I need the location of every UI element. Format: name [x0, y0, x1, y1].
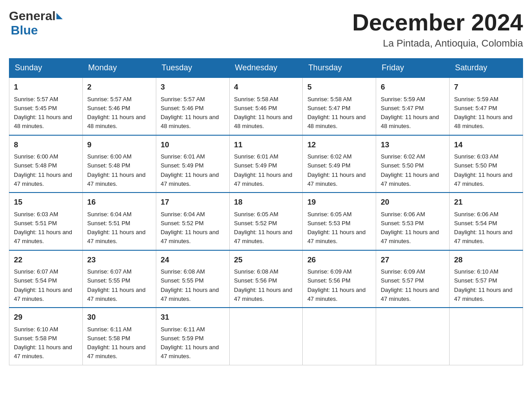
- header-friday: Friday: [376, 59, 450, 78]
- day-sunset: Sunset: 5:47 PM: [381, 105, 424, 111]
- day-number: 2: [87, 81, 151, 93]
- week-row-4: 22 Sunrise: 6:07 AM Sunset: 5:54 PM Dayl…: [9, 250, 523, 308]
- day-sunrise: Sunrise: 6:03 AM: [14, 211, 58, 218]
- day-sunrise: Sunrise: 6:03 AM: [454, 153, 498, 160]
- table-row: 12 Sunrise: 6:02 AM Sunset: 5:49 PM Dayl…: [303, 135, 376, 193]
- day-sunrise: Sunrise: 6:10 AM: [14, 326, 58, 333]
- day-daylight: Daylight: 11 hours and 47 minutes.: [307, 287, 365, 302]
- table-row: 24 Sunrise: 6:08 AM Sunset: 5:55 PM Dayl…: [156, 250, 229, 308]
- day-daylight: Daylight: 11 hours and 48 minutes.: [454, 114, 512, 129]
- table-row: 11 Sunrise: 6:01 AM Sunset: 5:49 PM Dayl…: [229, 135, 303, 193]
- day-number: 14: [454, 139, 518, 151]
- day-sunrise: Sunrise: 6:05 AM: [234, 211, 279, 218]
- logo-arrow-icon: [56, 13, 63, 19]
- table-row: 14 Sunrise: 6:03 AM Sunset: 5:50 PM Dayl…: [450, 135, 523, 193]
- table-row: 18 Sunrise: 6:05 AM Sunset: 5:52 PM Dayl…: [229, 193, 303, 250]
- day-sunrise: Sunrise: 6:04 AM: [161, 211, 205, 218]
- table-row: 31 Sunrise: 6:11 AM Sunset: 5:59 PM Dayl…: [156, 308, 229, 365]
- day-daylight: Daylight: 11 hours and 47 minutes.: [234, 171, 292, 187]
- day-number: 10: [161, 139, 225, 151]
- day-daylight: Daylight: 11 hours and 47 minutes.: [87, 229, 146, 244]
- header-saturday: Saturday: [450, 59, 523, 78]
- day-sunrise: Sunrise: 5:59 AM: [454, 96, 498, 103]
- day-sunset: Sunset: 5:55 PM: [87, 277, 130, 284]
- header-wednesday: Wednesday: [229, 59, 303, 78]
- day-daylight: Daylight: 11 hours and 48 minutes.: [381, 114, 439, 129]
- day-sunset: Sunset: 5:50 PM: [454, 162, 497, 169]
- day-sunset: Sunset: 5:53 PM: [381, 220, 424, 227]
- calendar-header-row: Sunday Monday Tuesday Wednesday Thursday…: [9, 59, 523, 78]
- day-number: 16: [87, 197, 151, 208]
- header-monday: Monday: [82, 59, 156, 78]
- day-number: 19: [307, 197, 371, 208]
- day-sunrise: Sunrise: 6:11 AM: [87, 326, 132, 333]
- day-daylight: Daylight: 11 hours and 47 minutes.: [307, 229, 365, 244]
- table-row: 26 Sunrise: 6:09 AM Sunset: 5:56 PM Dayl…: [303, 250, 376, 308]
- day-sunrise: Sunrise: 6:10 AM: [454, 268, 498, 275]
- day-daylight: Daylight: 11 hours and 48 minutes.: [307, 114, 365, 129]
- table-row: 25 Sunrise: 6:08 AM Sunset: 5:56 PM Dayl…: [229, 250, 303, 308]
- day-daylight: Daylight: 11 hours and 48 minutes.: [234, 114, 292, 129]
- day-number: 18: [234, 197, 298, 208]
- day-sunrise: Sunrise: 5:58 AM: [307, 96, 352, 103]
- day-sunrise: Sunrise: 6:01 AM: [234, 153, 279, 160]
- day-number: 25: [234, 254, 298, 266]
- day-sunrise: Sunrise: 6:07 AM: [87, 268, 132, 275]
- table-row: 29 Sunrise: 6:10 AM Sunset: 5:58 PM Dayl…: [9, 308, 83, 365]
- header-sunday: Sunday: [9, 59, 83, 78]
- day-daylight: Daylight: 11 hours and 47 minutes.: [161, 287, 219, 302]
- title-section: December 2024 La Pintada, Antioquia, Col…: [352, 9, 523, 49]
- day-sunset: Sunset: 5:47 PM: [307, 105, 350, 111]
- day-number: 28: [454, 254, 518, 266]
- day-number: 7: [454, 81, 518, 93]
- table-row: 17 Sunrise: 6:04 AM Sunset: 5:52 PM Dayl…: [156, 193, 229, 250]
- logo-blue-text: Blue: [11, 23, 38, 38]
- table-row: 10 Sunrise: 6:01 AM Sunset: 5:49 PM Dayl…: [156, 135, 229, 193]
- day-sunrise: Sunrise: 5:57 AM: [14, 96, 58, 103]
- header-tuesday: Tuesday: [156, 59, 229, 78]
- day-number: 13: [381, 139, 445, 151]
- day-number: 24: [161, 254, 225, 266]
- day-sunrise: Sunrise: 6:01 AM: [161, 153, 205, 160]
- day-daylight: Daylight: 11 hours and 47 minutes.: [161, 171, 219, 187]
- day-sunrise: Sunrise: 6:02 AM: [381, 153, 425, 160]
- day-sunrise: Sunrise: 6:11 AM: [161, 326, 205, 333]
- day-number: 20: [381, 197, 445, 208]
- day-number: 31: [161, 312, 225, 323]
- day-sunset: Sunset: 5:59 PM: [161, 335, 204, 342]
- table-row: 15 Sunrise: 6:03 AM Sunset: 5:51 PM Dayl…: [9, 193, 83, 250]
- day-number: 22: [14, 254, 78, 266]
- day-sunrise: Sunrise: 6:00 AM: [14, 153, 58, 160]
- day-sunset: Sunset: 5:54 PM: [14, 277, 57, 284]
- day-number: 11: [234, 139, 298, 151]
- logo-general-text: General: [9, 9, 56, 23]
- day-sunset: Sunset: 5:46 PM: [234, 105, 277, 111]
- day-sunset: Sunset: 5:46 PM: [161, 105, 204, 111]
- day-daylight: Daylight: 11 hours and 47 minutes.: [381, 229, 439, 244]
- table-row: [376, 308, 450, 365]
- month-title: December 2024: [352, 9, 523, 36]
- day-sunset: Sunset: 5:49 PM: [307, 162, 350, 169]
- day-number: 30: [87, 312, 151, 323]
- day-number: 5: [307, 81, 371, 93]
- day-sunrise: Sunrise: 5:59 AM: [381, 96, 425, 103]
- day-sunset: Sunset: 5:51 PM: [87, 220, 130, 227]
- table-row: 22 Sunrise: 6:07 AM Sunset: 5:54 PM Dayl…: [9, 250, 83, 308]
- day-number: 8: [14, 139, 78, 151]
- table-row: 30 Sunrise: 6:11 AM Sunset: 5:58 PM Dayl…: [82, 308, 156, 365]
- day-number: 23: [87, 254, 151, 266]
- day-daylight: Daylight: 11 hours and 47 minutes.: [14, 171, 72, 187]
- week-row-2: 8 Sunrise: 6:00 AM Sunset: 5:48 PM Dayli…: [9, 135, 523, 193]
- day-sunset: Sunset: 5:56 PM: [234, 277, 277, 284]
- week-row-5: 29 Sunrise: 6:10 AM Sunset: 5:58 PM Dayl…: [9, 308, 523, 365]
- day-sunset: Sunset: 5:57 PM: [454, 277, 497, 284]
- day-sunrise: Sunrise: 5:58 AM: [234, 96, 279, 103]
- day-sunset: Sunset: 5:48 PM: [87, 162, 130, 169]
- day-sunset: Sunset: 5:49 PM: [234, 162, 277, 169]
- day-sunset: Sunset: 5:50 PM: [381, 162, 424, 169]
- table-row: 3 Sunrise: 5:57 AM Sunset: 5:46 PM Dayli…: [156, 77, 229, 135]
- day-sunrise: Sunrise: 6:08 AM: [234, 268, 279, 275]
- calendar-table: Sunday Monday Tuesday Wednesday Thursday…: [9, 58, 523, 365]
- header-thursday: Thursday: [303, 59, 376, 78]
- table-row: 23 Sunrise: 6:07 AM Sunset: 5:55 PM Dayl…: [82, 250, 156, 308]
